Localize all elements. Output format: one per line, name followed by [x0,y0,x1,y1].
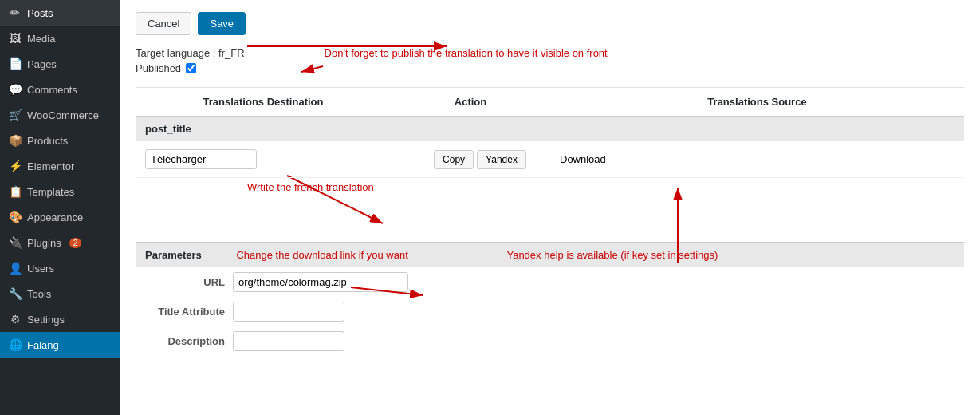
save-button[interactable]: Save [198,12,246,35]
url-input[interactable] [233,272,408,292]
sidebar-item-pages[interactable]: 📄 Pages [0,51,120,77]
plugins-icon: 🔌 [8,236,22,249]
posts-icon: ✏ [8,6,22,19]
action-cell: Copy Yandex [400,150,560,169]
param-description-row: Description [136,326,964,356]
sidebar-item-settings[interactable]: ⚙ Settings [0,306,120,332]
published-row: Published [136,62,245,74]
pages-icon: 📄 [8,57,22,70]
media-icon: 🖼 [8,32,22,45]
sidebar-item-templates[interactable]: 📋 Templates [0,179,120,204]
main-content: Cancel Save Target language : fr_FR Publ… [120,0,980,415]
destination-input[interactable] [145,149,257,169]
sidebar-item-appearance[interactable]: 🎨 Appearance [0,204,120,230]
sidebar-item-elementor[interactable]: ⚡ Elementor [0,153,120,179]
table-header: Translations Destination Action Translat… [136,87,964,116]
source-cell: Download [560,153,954,165]
plugins-badge: 2 [69,238,82,248]
write-french-annotation: Wrtite the french translation [247,181,374,193]
top-warning-text: Don't forget to publish the translation … [325,47,608,59]
target-language-row: Target language : fr_FR [136,47,245,59]
sidebar-item-tools[interactable]: 🔧 Tools [0,281,120,306]
toolbar: Cancel Save [136,12,964,35]
users-icon: 👤 [8,262,22,275]
yandex-button[interactable]: Yandex [477,150,526,169]
col-header-action: Action [391,88,550,116]
source-value: Download [560,153,606,165]
copy-button[interactable]: Copy [434,150,474,169]
content-area: Cancel Save Target language : fr_FR Publ… [120,0,980,415]
sidebar-item-media[interactable]: 🖼 Media [0,26,120,51]
parameters-section: Parameters Change the download link if y… [136,242,964,356]
published-label: Published [136,62,181,74]
tools-icon: 🔧 [8,287,22,300]
parameters-header: Parameters Change the download link if y… [136,242,964,267]
destination-cell [145,149,400,169]
sidebar-item-posts[interactable]: ✏ Posts [0,0,120,26]
trans-row-post-title: Copy Yandex Download [136,141,964,178]
sidebar-item-plugins[interactable]: 🔌 Plugins 2 [0,230,120,255]
cancel-button[interactable]: Cancel [136,12,191,35]
falang-icon: 🌐 [8,338,22,351]
appearance-icon: 🎨 [8,211,22,223]
templates-icon: 📋 [8,185,22,198]
sidebar-item-falang[interactable]: 🌐 Falang [0,332,120,358]
settings-icon: ⚙ [8,313,22,326]
top-annotation: Don't forget to publish the translation … [325,47,608,59]
title-attribute-input[interactable] [233,302,344,322]
woocommerce-icon: 🛒 [8,109,22,121]
sidebar-item-products[interactable]: 📦 Products [0,128,120,153]
comments-icon: 💬 [8,83,22,96]
elementor-icon: ⚡ [8,160,22,172]
col-header-destination: Translations Destination [136,88,391,116]
target-language-label: Target language : fr_FR [136,47,245,59]
section-post-title: post_title [136,116,964,141]
products-icon: 📦 [8,134,22,147]
published-checkbox[interactable] [186,63,196,73]
col-header-source: Translations Source [550,88,964,116]
description-input[interactable] [233,331,344,351]
yandex-help-annotation: Yandex help is available (if key set in … [506,249,718,261]
param-title-attr-row: Title Attribute [136,297,964,326]
sidebar-item-comments[interactable]: 💬 Comments [0,77,120,102]
meta-section: Target language : fr_FR Published [136,47,245,77]
sidebar-item-woocommerce[interactable]: 🛒 WooCommerce [0,102,120,128]
change-download-annotation: Change the download link if you want [236,249,407,261]
sidebar: ✏ Posts 🖼 Media 📄 Pages 💬 Comments 🛒 Woo… [0,0,120,415]
sidebar-item-users[interactable]: 👤 Users [0,255,120,281]
param-url-row: URL [136,267,964,297]
